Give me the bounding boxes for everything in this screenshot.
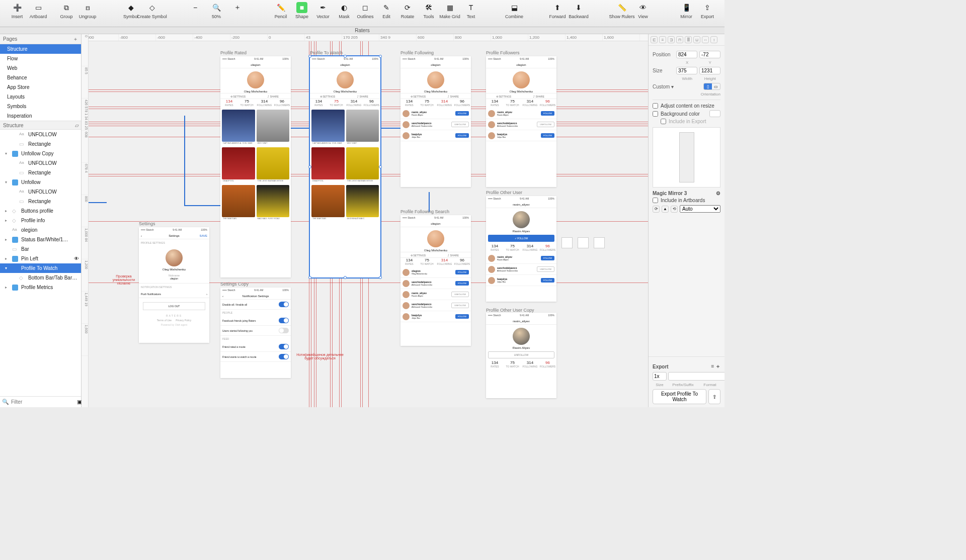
ruler-vertical: 085 5426 578 1 34 83 25608678 48001,000 … xyxy=(82,34,89,407)
artboard-label: Profile Following Search xyxy=(400,209,449,214)
size-w-input[interactable] xyxy=(676,67,697,74)
zoom-level[interactable]: 🔍50% xyxy=(206,2,226,19)
artboard-label: Settings xyxy=(139,221,155,226)
combine-button[interactable]: ⬓Combine xyxy=(504,2,524,19)
backward-button[interactable]: ⬇︎Backward xyxy=(569,2,589,19)
layer-row[interactable]: AaUNFOLLOW xyxy=(0,187,81,197)
export-settings-icon[interactable]: ≡ xyxy=(711,363,714,369)
refresh-icon[interactable]: ⟳ xyxy=(653,206,660,213)
layer-row[interactable]: ▾Unfollow Copy xyxy=(0,149,81,158)
layer-row[interactable]: ▾Unfollow xyxy=(0,177,81,187)
vector-button[interactable]: ✒︎Vector xyxy=(313,2,333,19)
layer-row[interactable]: ▸Status Bar/White/1… xyxy=(0,235,81,244)
export-scale-input[interactable] xyxy=(653,372,667,381)
layer-row[interactable]: AaUNFOLLOW xyxy=(0,158,81,168)
create-symbol-button[interactable]: ◇Create Symbol xyxy=(142,2,162,19)
artboard-profile-other-user-copy[interactable]: ••••• Sketch9:41 AM100% rasim_aliyev Ras… xyxy=(486,313,556,398)
layer-row[interactable]: ▾Profile To Watch xyxy=(0,263,81,273)
artboard-profile-followers[interactable]: ••••• Sketch9:41 AM100% olegion Oleg Mis… xyxy=(486,56,556,187)
pages-item[interactable]: Structure xyxy=(0,44,81,54)
layer-row[interactable]: ▸Buttons profile xyxy=(0,206,81,216)
insert-button[interactable]: ➕Insert xyxy=(7,2,27,19)
avatar xyxy=(247,71,264,88)
rotate-icon[interactable]: ⟲ xyxy=(671,206,678,213)
add-export-icon[interactable]: ＋ xyxy=(715,363,720,369)
artboard-profile-following-search[interactable]: ••••• Sketch9:41 AM100% olegion Oleg Mis… xyxy=(400,215,471,346)
export-button[interactable]: ⇪Export xyxy=(697,2,717,19)
adjust-content-checkbox[interactable]: Adjust content on resize xyxy=(653,103,720,109)
pages-header: Pages ＋ xyxy=(0,34,81,44)
artboard-label: Profile Following xyxy=(400,50,434,55)
artboard-label: Profile Other User Copy xyxy=(486,308,534,313)
align-controls[interactable]: ⊏≡⊐⊓≣⊔↔↕ xyxy=(649,34,725,46)
artboard-settings[interactable]: ••••• Sketch9:41 AM100% ‹SettingsSAVE PR… xyxy=(139,227,209,343)
pages-item[interactable]: Layouts xyxy=(0,92,81,102)
mask-button[interactable]: ◐Mask xyxy=(334,2,354,19)
layer-row[interactable]: Bottom Bar/Tab Bar… xyxy=(0,273,81,283)
pencil-button[interactable]: ✏️Pencil xyxy=(271,2,291,19)
bgcolor-checkbox[interactable]: Background color xyxy=(653,110,720,117)
pages-item[interactable]: Insperation xyxy=(0,111,81,121)
artboard-settings-copy[interactable]: ••••• Sketch9:41 AM100% ‹Notification Se… xyxy=(220,288,291,378)
size-h-input[interactable] xyxy=(699,67,720,74)
edit-button[interactable]: ✎Edit xyxy=(376,2,396,19)
zoom-out-button[interactable]: − xyxy=(185,2,205,19)
layer-row[interactable]: ▸Profile info xyxy=(0,216,81,225)
artboard-label: Settings Copy xyxy=(220,282,249,287)
makegrid-button[interactable]: ▦Make Grid xyxy=(440,2,460,19)
annotation-text: Нотификейшинов детальнее будет обсуждать… xyxy=(295,353,345,360)
outlines-button[interactable]: ◻︎Outlines xyxy=(355,2,375,19)
layer-filter-input[interactable] xyxy=(11,399,75,405)
artboard-profile-other-user[interactable]: ••••• Sketch9:41 AM100% rasim_aliyev Ras… xyxy=(486,196,556,302)
pages-item[interactable]: Symbols xyxy=(0,102,81,111)
artboard-label: Profile To Watch xyxy=(310,50,343,55)
pos-y-input[interactable] xyxy=(699,51,720,58)
annotation-text: Проверка уникальности nicname xyxy=(109,274,139,285)
share-export-button[interactable]: ⇪ xyxy=(708,389,720,404)
shape-button[interactable]: ■Shape xyxy=(292,2,312,19)
gear-icon[interactable]: ⚙ xyxy=(716,191,720,196)
layer-row[interactable]: ▸Profile Metrics xyxy=(0,283,81,292)
artboard-label: Profile Other User xyxy=(486,190,522,195)
export-prefix-input[interactable] xyxy=(668,372,725,381)
artboard-profile-following[interactable]: ••••• Sketch9:41 AM100% olegion Oleg Mis… xyxy=(400,56,471,187)
show-rulers-button[interactable]: 📏Show Rulers xyxy=(612,2,632,19)
pages-item[interactable]: Flow xyxy=(0,54,81,63)
artboard-button[interactable]: ▭Artboard xyxy=(28,2,48,19)
artboard-profile-rated[interactable]: ••••• Sketch9:41 AM100% olegion Oleg Mis… xyxy=(220,56,291,277)
flip-icon[interactable]: ▲ xyxy=(662,206,669,213)
pages-item[interactable]: Web xyxy=(0,63,81,73)
ruler-horizontal: -1,000-800-600-400-200043170 205340 9600… xyxy=(82,34,648,41)
add-page-button[interactable]: ＋ xyxy=(73,36,78,43)
search-icon: 🔍 xyxy=(2,399,9,405)
include-export-checkbox[interactable]: Include in Export xyxy=(653,119,720,124)
text-button[interactable]: TText xyxy=(461,2,481,19)
rotate-button[interactable]: ⟳Rotate xyxy=(397,2,418,19)
export-artboard-button[interactable]: Export Profile To Watch xyxy=(653,389,706,404)
layer-row[interactable]: AaUNFOLLOW xyxy=(0,130,81,139)
pos-x-input[interactable] xyxy=(676,51,697,58)
mirror-mode-select[interactable]: Auto xyxy=(680,205,720,213)
pages-item[interactable]: Behance xyxy=(0,73,81,82)
artboard-profile-to-watch[interactable]: ••••• Sketch9:41 AM100% olegion Oleg Mis… xyxy=(310,56,380,277)
layer-row[interactable]: Bar xyxy=(0,244,81,254)
forward-button[interactable]: ⬆︎Forward xyxy=(547,2,568,19)
zoom-in-button[interactable]: ＋ xyxy=(227,2,248,19)
layer-row[interactable]: Rectangle xyxy=(0,197,81,206)
view-button[interactable]: 👁View xyxy=(633,2,653,19)
layer-row[interactable]: Aaolegion xyxy=(0,225,81,235)
layer-row[interactable]: Rectangle xyxy=(0,139,81,149)
artboard-label: Profile Rated xyxy=(220,50,247,55)
pages-item[interactable]: App Store xyxy=(0,82,81,92)
canvas[interactable]: Profile Rated Profile To Watch Profile F… xyxy=(89,41,648,407)
mirror-button[interactable]: 📱Mirror xyxy=(676,2,696,19)
document-title: Raters xyxy=(0,27,725,34)
artboard-preview xyxy=(653,127,720,188)
layer-row[interactable]: Rectangle xyxy=(0,168,81,177)
ungroup-button[interactable]: ⧈Ungroup xyxy=(77,2,98,19)
orientation-toggle[interactable]: ▯▭ xyxy=(703,83,720,90)
group-button[interactable]: ⧉Group xyxy=(56,2,76,19)
include-artboards-checkbox[interactable]: Include in Artboards xyxy=(653,198,720,203)
tools-button[interactable]: 🛠Tools xyxy=(419,2,439,19)
layer-row[interactable]: ▸Pin Left👁 xyxy=(0,254,81,263)
